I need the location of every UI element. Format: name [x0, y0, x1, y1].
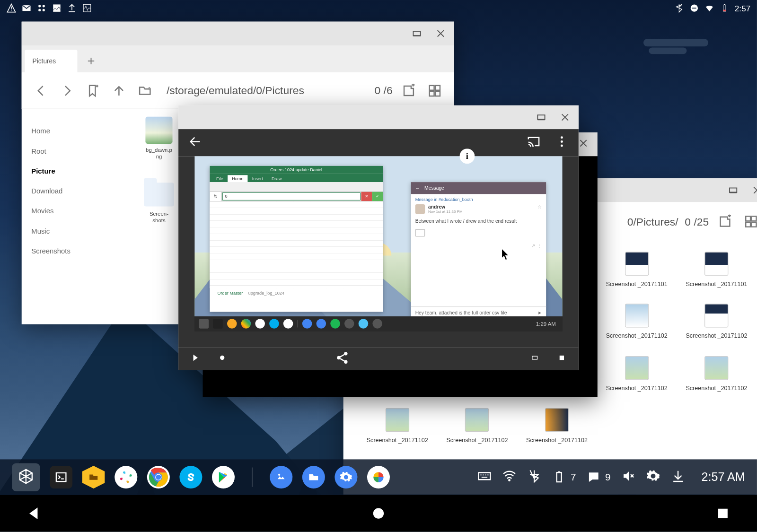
svg-rect-15 — [435, 85, 440, 90]
file-item[interactable]: Screenshot _20171102 — [357, 408, 437, 444]
titlebar[interactable] — [22, 22, 454, 45]
file-thumbnail — [704, 356, 728, 380]
excel-title: Orders 1024 update Daniel — [210, 166, 383, 174]
svg-rect-17 — [435, 91, 440, 96]
file-label: Screenshot _20171102 — [686, 332, 747, 340]
files-app-icon[interactable] — [82, 466, 105, 488]
close-button[interactable] — [435, 27, 447, 39]
sidebar-item-picture[interactable]: Picture — [22, 161, 130, 181]
sidebar-item-download[interactable]: Download — [22, 181, 130, 201]
view-grid-button[interactable] — [425, 81, 444, 100]
sidebar-item-movies[interactable]: Movies — [22, 201, 130, 221]
svg-point-28 — [561, 140, 563, 143]
sidebar-item-root[interactable]: Root — [22, 141, 130, 161]
maximize-button[interactable] — [411, 27, 423, 39]
skype-app-icon[interactable] — [179, 466, 202, 488]
chat-tray-icon[interactable]: 9 — [587, 470, 610, 484]
svg-point-4 — [43, 9, 45, 11]
gmail-icon — [22, 3, 32, 13]
bluetooth-tray-icon[interactable] — [528, 469, 542, 485]
taskbar-clock[interactable]: 2:57 AM — [702, 470, 745, 484]
inner-excel-window: Orders 1024 update Daniel File Home Inse… — [210, 166, 383, 312]
cloud-decoration — [643, 39, 708, 46]
file-item[interactable]: Screenshot _20171102 — [677, 356, 757, 392]
file-item[interactable]: Screenshot _20171102 — [677, 304, 757, 340]
sidebar-item-music[interactable]: Music — [22, 221, 130, 241]
files-blue-app-icon[interactable] — [302, 466, 325, 488]
play-store-app-icon[interactable] — [212, 466, 235, 488]
file-item[interactable]: Screenshot _20171101 — [677, 252, 757, 288]
path-display[interactable]: /storage/emulated/0/Pictures — [161, 84, 368, 96]
svg-point-2 — [43, 5, 45, 7]
cast-icon[interactable] — [527, 135, 541, 151]
chrome-app-icon[interactable] — [147, 466, 170, 488]
download-tray-icon[interactable] — [671, 469, 686, 485]
file-item[interactable]: Screenshot _20171102 — [517, 408, 597, 444]
settings-app-icon[interactable] — [334, 466, 357, 488]
file-label: Screenshot _20171102 — [367, 436, 428, 444]
slack-icon — [37, 3, 47, 13]
file-item[interactable]: Screenshot _20171102 — [597, 304, 677, 340]
svg-rect-20 — [746, 216, 750, 221]
terminal-app-icon[interactable] — [50, 466, 72, 488]
item-counter: 0 /25 — [685, 215, 709, 227]
svg-point-29 — [561, 145, 563, 147]
launcher-button[interactable] — [12, 463, 40, 491]
slack-app-icon[interactable] — [114, 466, 137, 488]
maximize-button[interactable] — [727, 184, 739, 196]
wifi-tray-icon[interactable] — [502, 469, 517, 485]
nav-home-button[interactable] — [371, 506, 386, 521]
forward-button[interactable] — [57, 81, 77, 100]
up-button[interactable] — [109, 81, 129, 100]
new-folder-button[interactable] — [135, 81, 155, 100]
back-button[interactable] — [31, 81, 51, 100]
bookmark-add-button[interactable] — [83, 81, 103, 100]
file-item[interactable]: Screenshot _20171101 — [597, 252, 677, 288]
taskbar[interactable]: 7 9 2:57 AM — [0, 459, 757, 495]
volume-mute-icon[interactable] — [621, 469, 635, 485]
battery-icon — [720, 3, 730, 13]
nav-recent-button[interactable] — [716, 506, 730, 521]
new-file-button[interactable] — [399, 81, 418, 100]
back-button[interactable] — [188, 135, 202, 151]
folder-item[interactable]: Screen- shots — [137, 183, 180, 224]
sidebar-item-home[interactable]: Home — [22, 121, 130, 141]
image-viewer-window[interactable]: Orders 1024 update Daniel File Home Inse… — [178, 105, 579, 370]
excel-ribbon-tabs: File Home Insert Draw — [210, 174, 383, 182]
file-item[interactable]: bg_dawn.p ng — [137, 117, 180, 160]
inner-message-window: ←Message Message in #education_booth and… — [411, 182, 546, 328]
share-button[interactable] — [335, 351, 350, 367]
svg-rect-36 — [56, 473, 66, 481]
photos-app-icon[interactable] — [270, 466, 292, 488]
nav-back-button[interactable] — [27, 506, 41, 521]
file-label: Screenshot _20171102 — [606, 332, 668, 340]
viewer-content[interactable]: Orders 1024 update Daniel File Home Inse… — [178, 156, 579, 348]
titlebar[interactable] — [178, 105, 579, 129]
battery-tray-icon[interactable]: 7 — [552, 470, 576, 484]
google-photos-app-icon[interactable] — [367, 466, 390, 488]
close-button[interactable] — [578, 138, 589, 150]
close-button[interactable] — [559, 111, 571, 123]
folder-icon — [144, 183, 174, 206]
file-item[interactable]: Screenshot _20171102 — [437, 408, 517, 444]
maximize-button[interactable] — [535, 111, 547, 123]
dnd-icon — [689, 3, 699, 13]
file-item[interactable]: Screenshot _20171102 — [597, 356, 677, 392]
svg-rect-21 — [752, 216, 757, 221]
keyboard-icon[interactable] — [477, 469, 492, 485]
more-icon[interactable] — [555, 135, 569, 151]
file-thumbnail — [465, 408, 489, 432]
info-badge[interactable]: i — [459, 148, 475, 164]
sheet-tab: upgrade_log_1024 — [248, 290, 284, 295]
view-grid-button[interactable] — [741, 212, 757, 231]
svg-rect-46 — [718, 509, 728, 518]
new-tab-button[interactable]: + — [78, 50, 105, 72]
svg-rect-22 — [746, 222, 750, 227]
close-button[interactable] — [751, 184, 757, 196]
settings-tray-icon[interactable] — [646, 469, 660, 485]
toolbar: /storage/emulated/0/Pictures 0 /6 — [22, 72, 454, 109]
sidebar-item-screenshots[interactable]: Screenshots — [22, 241, 130, 261]
tab-pictures[interactable]: Pictures — [25, 50, 78, 72]
svg-rect-11 — [724, 4, 725, 5]
new-file-button[interactable] — [715, 212, 735, 231]
